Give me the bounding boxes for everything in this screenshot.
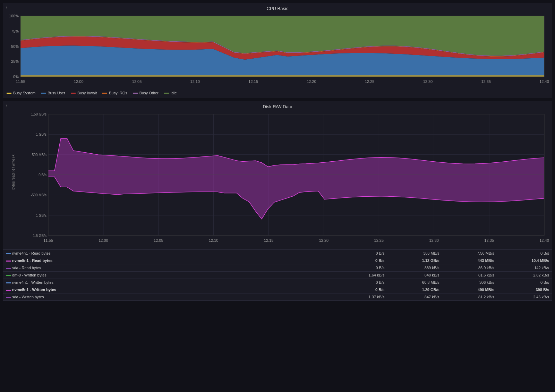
disk-legend-value: 0 B/s xyxy=(497,250,552,257)
disk-legend-row: nvme5n1 - Written bytes0 B/s1.29 GB/s490… xyxy=(3,286,552,293)
disk-legend-value: 1.12 GB/s xyxy=(387,257,442,264)
disk-legend-value: 60.8 MB/s xyxy=(387,279,442,286)
disk-y-axis-label: bytes read (-) / write (+) xyxy=(11,171,15,190)
legend-busy-system: Busy System xyxy=(7,91,35,95)
disk-panel-title: Disk R/W Data xyxy=(3,101,552,111)
busy-iowait-label: Busy Iowait xyxy=(77,91,97,95)
disk-legend-value: 0 B/s xyxy=(332,286,387,293)
disk-legend-swatch xyxy=(6,253,11,254)
legend-busy-other: Busy Other xyxy=(133,91,159,95)
cpu-chart-area xyxy=(3,12,552,89)
disk-legend-row: sda - Read bytes0 B/s889 kB/s86.9 kB/s14… xyxy=(3,264,552,272)
disk-panel: i Disk R/W Data bytes read (-) / write (… xyxy=(3,101,552,301)
disk-legend-swatch xyxy=(6,275,11,276)
disk-info-icon[interactable]: i xyxy=(6,103,7,108)
disk-canvas xyxy=(24,111,551,249)
busy-irqs-label: Busy IRQs xyxy=(109,91,127,95)
disk-legend-value: 848 kB/s xyxy=(387,272,442,279)
disk-legend-swatch xyxy=(6,290,11,291)
disk-legend-value: 398 B/s xyxy=(497,286,552,293)
disk-legend-row: nvme4n1 - Written bytes0 B/s60.8 MB/s306… xyxy=(3,279,552,286)
disk-legend-value: 81.6 kB/s xyxy=(442,272,497,279)
disk-legend-value: 0 B/s xyxy=(497,279,552,286)
disk-legend-value: 0 B/s xyxy=(332,257,387,264)
disk-legend-swatch xyxy=(6,282,11,283)
disk-legend-value: 0 B/s xyxy=(332,264,387,272)
disk-legend-value: 2.82 kB/s xyxy=(497,272,552,279)
cpu-panel: i CPU Basic Busy System Busy User Busy I… xyxy=(3,3,552,98)
disk-legend-value: 81.2 kB/s xyxy=(442,293,497,301)
disk-chart-area: bytes read (-) / write (+) xyxy=(3,111,552,249)
disk-legend-value: 86.9 kB/s xyxy=(442,264,497,272)
disk-legend-value: 490 MB/s xyxy=(442,286,497,293)
disk-legend-row: dm-0 - Written bytes1.64 kB/s848 kB/s81.… xyxy=(3,272,552,279)
cpu-canvas xyxy=(3,12,551,89)
legend-idle: Idle xyxy=(164,91,177,95)
disk-legend-swatch xyxy=(6,268,11,269)
disk-legend-label: nvme5n1 - Read bytes xyxy=(3,257,332,264)
disk-legend-value: 0 B/s xyxy=(332,250,387,257)
idle-swatch xyxy=(164,93,169,94)
busy-system-label: Busy System xyxy=(13,91,35,95)
disk-legend-label: dm-0 - Written bytes xyxy=(3,272,332,279)
disk-legend-value: 1.37 kB/s xyxy=(332,293,387,301)
legend-busy-user: Busy User xyxy=(41,91,65,95)
busy-user-label: Busy User xyxy=(48,91,65,95)
busy-user-swatch xyxy=(41,93,46,94)
disk-legend-swatch xyxy=(6,261,11,262)
disk-legend-value: 847 kB/s xyxy=(387,293,442,301)
busy-other-label: Busy Other xyxy=(139,91,159,95)
disk-legend-value: 0 B/s xyxy=(332,279,387,286)
cpu-panel-title: CPU Basic xyxy=(3,3,552,12)
busy-iowait-swatch xyxy=(71,93,76,94)
disk-legend-value: 889 kB/s xyxy=(387,264,442,272)
disk-legend-row: nvme4n1 - Read bytes0 B/s386 MB/s7.56 MB… xyxy=(3,250,552,257)
idle-label: Idle xyxy=(171,91,177,95)
disk-legend-label: nvme4n1 - Read bytes xyxy=(3,250,332,257)
disk-legend-label: nvme4n1 - Written bytes xyxy=(3,279,332,286)
cpu-info-icon[interactable]: i xyxy=(6,5,7,9)
disk-legend-value: 1.29 GB/s xyxy=(387,286,442,293)
disk-legend-value: 443 MB/s xyxy=(442,257,497,264)
legend-busy-iowait: Busy Iowait xyxy=(71,91,97,95)
disk-legend-table: nvme4n1 - Read bytes0 B/s386 MB/s7.56 MB… xyxy=(3,249,552,300)
disk-legend-value: 7.56 MB/s xyxy=(442,250,497,257)
disk-legend-value: 1.64 kB/s xyxy=(332,272,387,279)
busy-system-swatch xyxy=(7,93,11,94)
cpu-legend: Busy System Busy User Busy Iowait Busy I… xyxy=(3,89,552,98)
disk-legend-label: sda - Read bytes xyxy=(3,264,332,272)
busy-irqs-swatch xyxy=(102,93,107,94)
busy-other-swatch xyxy=(133,93,138,94)
disk-legend-swatch xyxy=(6,297,11,298)
disk-legend-label: nvme5n1 - Written bytes xyxy=(3,286,332,293)
disk-legend-value: 142 kB/s xyxy=(497,264,552,272)
disk-legend-value: 306 kB/s xyxy=(442,279,497,286)
disk-legend-value: 2.46 kB/s xyxy=(497,293,552,301)
disk-legend-row: nvme5n1 - Read bytes0 B/s1.12 GB/s443 MB… xyxy=(3,257,552,264)
disk-legend-value: 10.4 MB/s xyxy=(497,257,552,264)
disk-legend-label: sda - Written bytes xyxy=(3,293,332,301)
legend-busy-irqs: Busy IRQs xyxy=(102,91,127,95)
disk-legend-row: sda - Written bytes1.37 kB/s847 kB/s81.2… xyxy=(3,293,552,301)
disk-legend-value: 386 MB/s xyxy=(387,250,442,257)
